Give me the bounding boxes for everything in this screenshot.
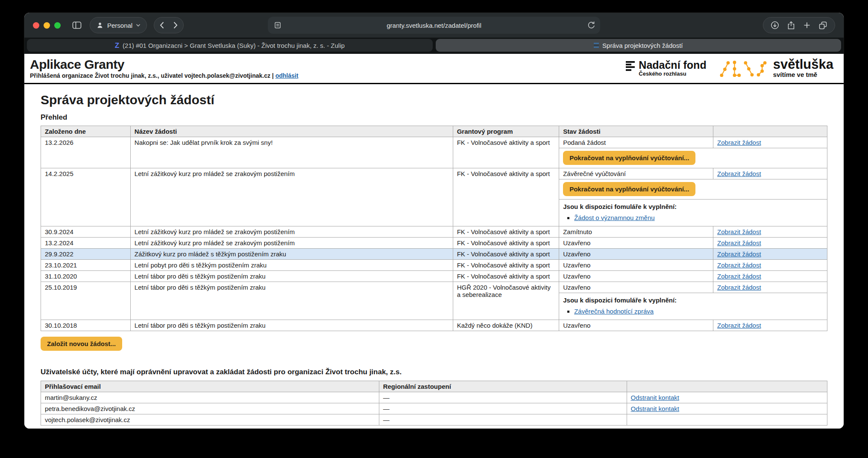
person-icon <box>96 21 104 29</box>
page-format-icon[interactable] <box>273 21 282 29</box>
cell-status: Uzavřeno <box>559 271 713 282</box>
cell-email: petra.benedikova@zivotjinak.cz <box>41 403 379 414</box>
view-application-link[interactable]: Zobrazit žádost <box>717 284 761 291</box>
cell-action <box>627 414 827 426</box>
tab-zulip[interactable]: Z (21) #01 Organizacni > Grant Svetluska… <box>27 39 433 52</box>
cell-action: Zobrazit žádost <box>713 260 827 271</box>
page-title: Správa projektových žádostí <box>41 93 827 107</box>
cell-program: FK - Volnočasové aktivity a sport <box>453 260 559 271</box>
column-header: Stav žádosti <box>559 126 713 137</box>
nadacni-fond-logo: Nadační fond Českého rozhlasu <box>626 59 706 77</box>
form-link[interactable]: Závěrečná hodnotící zpráva <box>574 308 654 315</box>
cell-name: Letní zážitkový kurz pro mládež se zrako… <box>130 168 453 226</box>
cell-region: — <box>379 414 627 426</box>
login-info: Přihlášená organizace Život trochu jinak… <box>30 72 274 79</box>
nav-buttons <box>154 17 184 33</box>
url-bar[interactable]: granty.svetluska.net/zadatel/profil <box>268 17 600 34</box>
remove-contact-link[interactable]: Odstranit kontakt <box>631 405 679 412</box>
form-link[interactable]: Žádost o významnou změnu <box>574 214 654 221</box>
logout-link[interactable]: odhlásit <box>276 72 299 79</box>
column-header: Regionální zastoupení <box>379 381 627 392</box>
applications-table: Založeno dneNázev žádostiGrantový progra… <box>41 126 827 331</box>
overview-heading: Přehled <box>41 113 827 122</box>
zoom-window-button[interactable] <box>54 22 61 29</box>
forms-available-label: Jsou k dispozici fomuláře k vyplnění: <box>563 297 823 304</box>
cell-forms: Jsou k dispozici fomuláře k vyplnění:Žád… <box>559 200 827 226</box>
downloads-button[interactable] <box>768 18 782 32</box>
tab-overview-button[interactable] <box>815 18 830 33</box>
view-application-link[interactable]: Zobrazit žádost <box>717 170 761 177</box>
cell-name: Nakopni se: Jak udělat prvník krok za sv… <box>130 137 453 168</box>
view-application-link[interactable]: Zobrazit žádost <box>717 139 761 146</box>
sidebar-toggle-button[interactable] <box>69 18 85 32</box>
close-window-button[interactable] <box>33 22 39 29</box>
application-row: 13.2.2024Letní zážitkový kurz pro mládež… <box>41 238 827 249</box>
cell-name: Letní tábor pro děti s těžkým postižením… <box>130 271 453 282</box>
cell-status: Uzavřeno <box>559 282 713 293</box>
cell-action: Zobrazit žádost <box>713 282 827 293</box>
remove-contact-link[interactable]: Odstranit kontakt <box>631 394 679 401</box>
share-button[interactable] <box>784 18 798 32</box>
application-row: 29.9.2022Zážitkový kurz pro mládež s těž… <box>41 249 827 260</box>
site-header: Aplikace Granty Přihlášená organizace Ži… <box>24 54 844 84</box>
main-content: Správa projektových žádostí Přehled Zalo… <box>24 84 844 429</box>
account-row: vojtech.polasek@zivotjinak.cz— <box>41 414 827 426</box>
cell-region: — <box>379 392 627 403</box>
continue-accounting-button[interactable]: Pokračovat na vyplňování vyúčtování... <box>563 182 695 196</box>
cell-action: Odstranit kontakt <box>627 392 827 403</box>
cell-status: Uzavřeno <box>559 320 713 331</box>
cell-region: — <box>379 403 627 414</box>
back-button[interactable] <box>155 20 169 31</box>
column-header: Název žádosti <box>130 126 453 137</box>
forms-available-label: Jsou k dispozici fomuláře k vyplnění: <box>563 203 823 210</box>
new-application-button[interactable]: Založit novou žádost... <box>41 337 122 351</box>
cell-continue: Pokračovat na vyplňování vyúčtování... <box>559 148 827 168</box>
application-row: 25.10.2019Letní tábor pro děti s těžkým … <box>41 282 827 293</box>
cell-action: Zobrazit žádost <box>713 137 827 148</box>
accounts-heading: Uživatelské účty, které mají oprávnění u… <box>41 368 827 376</box>
cell-name: Letní tábor pro děti s těžkým postižením… <box>130 282 453 320</box>
view-application-link[interactable]: Zobrazit žádost <box>717 322 761 329</box>
reload-button[interactable] <box>586 20 597 30</box>
column-header: Grantový program <box>453 126 559 137</box>
cell-program: HGŘ 2020 - Volnočasové aktivity a sebere… <box>453 282 559 320</box>
view-application-link[interactable]: Zobrazit žádost <box>717 273 761 280</box>
cell-forms: Jsou k dispozici fomuláře k vyplnění:Záv… <box>559 293 827 320</box>
web-page: Aplikace Granty Přihlášená organizace Ži… <box>24 54 844 429</box>
cell-name: Zážitkový kurz pro mládež s těžkým posti… <box>130 249 453 260</box>
application-row: 23.10.2021Letní pobyt pro děti s těžkým … <box>41 260 827 271</box>
cell-date: 31.10.2020 <box>41 271 131 282</box>
cell-action: Odstranit kontakt <box>627 403 827 414</box>
application-row: 13.2.2026Nakopni se: Jak udělat prvník k… <box>41 137 827 148</box>
cell-name: Letní zážitkový kurz pro mládež se zrako… <box>130 226 453 238</box>
new-tab-button[interactable] <box>800 18 814 32</box>
view-application-link[interactable]: Zobrazit žádost <box>717 228 761 235</box>
cell-date: 14.2.2025 <box>41 168 131 226</box>
tab-bar: Z (21) #01 Organizacni > Grant Svetluska… <box>24 38 844 54</box>
cell-status: Uzavřeno <box>559 260 713 271</box>
application-row: 14.2.2025Letní zážitkový kurz pro mládež… <box>41 168 827 179</box>
cell-action: Zobrazit žádost <box>713 238 827 249</box>
forward-button[interactable] <box>169 20 182 31</box>
tab-label: Správa projektových žádostí <box>602 42 683 49</box>
cell-action: Zobrazit žádost <box>713 249 827 260</box>
tab-granty[interactable]: Správa projektových žádostí <box>436 39 842 52</box>
account-row: petra.benedikova@zivotjinak.cz—Odstranit… <box>41 403 827 414</box>
profile-label: Personal <box>107 22 132 29</box>
cell-status: Závěrečné vyúčtování <box>559 168 713 179</box>
view-application-link[interactable]: Zobrazit žádost <box>717 250 761 258</box>
minimize-window-button[interactable] <box>44 22 50 29</box>
tab-label: (21) #01 Organizacni > Grant Svetluska (… <box>123 42 345 49</box>
application-row: 30.10.2018Letní tábor pro děti s těžkým … <box>41 320 827 331</box>
account-row: martin@sukany.cz—Odstranit kontakt <box>41 392 827 403</box>
view-application-link[interactable]: Zobrazit žádost <box>717 261 761 269</box>
cell-status: Uzavřeno <box>559 249 713 260</box>
chevron-down-icon <box>136 23 141 27</box>
application-row: 31.10.2020Letní tábor pro děti s těžkým … <box>41 271 827 282</box>
view-application-link[interactable]: Zobrazit žádost <box>717 239 761 247</box>
column-header: Založeno dne <box>41 126 131 137</box>
profile-menu[interactable]: Personal <box>90 17 147 33</box>
zulip-icon: Z <box>115 42 119 49</box>
toolbar-actions <box>763 17 835 33</box>
continue-accounting-button[interactable]: Pokračovat na vyplňování vyúčtování... <box>563 151 695 165</box>
